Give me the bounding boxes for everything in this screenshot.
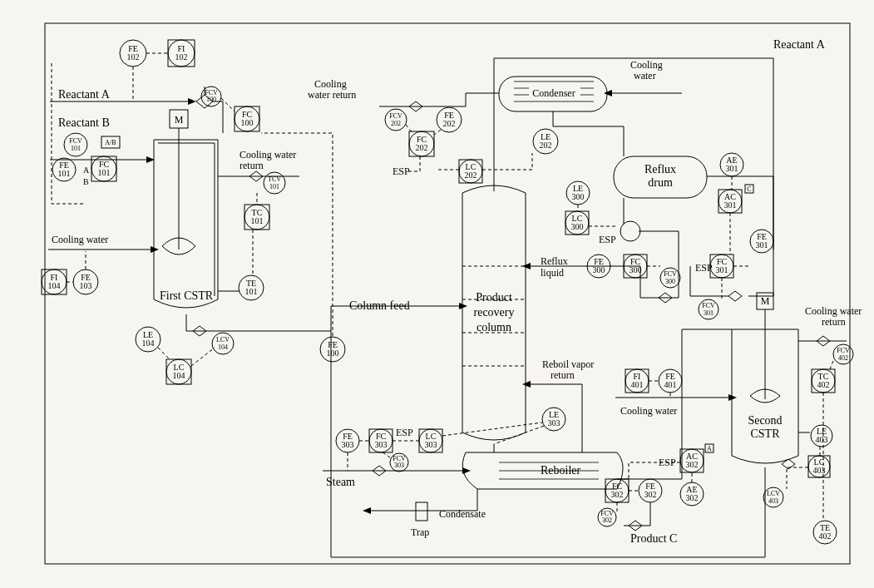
svg-text:100: 100: [327, 348, 339, 358]
instrument-LE-202: LE 202: [533, 129, 558, 154]
instrument-FE-401: FE 401: [659, 369, 682, 393]
instrument-FCV-302: FCV 302: [598, 508, 616, 526]
instrument-LC-300: LC 300: [565, 211, 589, 235]
instrument-FCV-202: FCV 202: [385, 109, 407, 131]
svg-text:LCV: LCV: [767, 490, 780, 497]
svg-marker-165: [522, 381, 531, 388]
svg-text:104: 104: [173, 371, 185, 380]
svg-text:403: 403: [768, 497, 778, 505]
svg-text:M: M: [175, 114, 184, 126]
svg-text:FCV: FCV: [664, 270, 677, 278]
label-reboiler: Reboiler: [541, 464, 581, 477]
instrument-LE-403: LE 403: [811, 425, 832, 447]
trap-icon: [416, 502, 427, 521]
svg-text:101: 101: [71, 145, 81, 152]
svg-text:column: column: [477, 321, 511, 334]
vessel-first-cstr: [154, 128, 218, 308]
svg-text:104: 104: [218, 343, 228, 351]
svg-text:202: 202: [540, 141, 552, 150]
valve-fcv-301: [728, 291, 742, 301]
svg-marker-104: [522, 263, 531, 269]
svg-text:TCV: TCV: [268, 175, 281, 183]
label-reflux-drum: Reflux: [644, 163, 676, 175]
label-ab: A/B: [105, 139, 116, 146]
instrument-LCV-403: LCV 403: [763, 487, 783, 507]
svg-text:M: M: [761, 295, 770, 307]
label-trap: Trap: [411, 526, 429, 538]
svg-text:300: 300: [593, 265, 605, 274]
svg-text:300: 300: [630, 265, 642, 274]
instrument-FC-202: FC 202: [409, 131, 434, 156]
instrument-FE-301: FE 301: [750, 230, 773, 253]
svg-text:101: 101: [269, 183, 279, 190]
label-first-cstr: First CSTR: [160, 289, 214, 302]
instrument-FC-302: FC 302: [605, 479, 629, 502]
instrument-FE-303: FE 303: [336, 429, 359, 452]
svg-text:302: 302: [686, 460, 699, 469]
svg-text:101: 101: [58, 169, 71, 178]
svg-text:drum: drum: [648, 176, 673, 189]
instrument-AE-302: AE 302: [680, 482, 704, 506]
svg-text:303: 303: [425, 440, 437, 449]
instrument-FC-101: FC 101: [91, 156, 116, 181]
svg-marker-87: [604, 90, 612, 96]
svg-text:302: 302: [611, 490, 624, 499]
svg-marker-61: [459, 303, 467, 309]
instrument-LC-202: LC 202: [459, 160, 482, 183]
label-cw-return-2: Cooling water: [805, 305, 862, 317]
instrument-LC-403: LC 403: [808, 456, 830, 477]
instrument-FC-303: FC 303: [369, 429, 393, 452]
svg-text:300: 300: [665, 278, 675, 285]
label-product-c: Product C: [630, 532, 677, 545]
label-steam: Steam: [326, 476, 355, 488]
label-reactant-a-top: Reactant A: [773, 38, 826, 51]
svg-marker-29: [151, 246, 159, 253]
svg-text:402: 402: [819, 531, 832, 541]
svg-marker-156: [728, 394, 737, 401]
instrument-FC-301: FC 301: [710, 254, 733, 278]
pid-diagram: Reactant A Reactant A Reactant B FE 102 …: [0, 0, 874, 588]
svg-text:300: 300: [572, 192, 585, 201]
svg-marker-172: [462, 467, 471, 474]
svg-text:301: 301: [726, 164, 738, 173]
svg-text:302: 302: [644, 490, 657, 499]
svg-text:FCV: FCV: [702, 302, 715, 309]
svg-text:101: 101: [245, 287, 258, 296]
label-cw-return-top: Cooling: [314, 78, 347, 90]
svg-text:102: 102: [175, 52, 188, 62]
svg-text:CSTR: CSTR: [750, 427, 780, 440]
label-second-cstr: Second: [748, 414, 782, 427]
label-c: C: [747, 185, 751, 193]
svg-text:104: 104: [142, 338, 155, 348]
label-condensate: Condensate: [439, 508, 486, 520]
instrument-TC-101: TC 101: [244, 205, 269, 230]
svg-text:202: 202: [391, 120, 401, 127]
svg-text:100: 100: [241, 118, 254, 127]
svg-text:liquid: liquid: [541, 267, 564, 279]
svg-text:202: 202: [465, 170, 477, 180]
label-reactant-b: Reactant B: [58, 116, 110, 129]
label-esp-2: ESP: [599, 234, 616, 245]
label-esp-1: ESP: [393, 166, 410, 177]
svg-text:303: 303: [548, 418, 560, 427]
instrument-AC-302: AC 302: [680, 449, 704, 472]
svg-text:water: water: [634, 70, 656, 82]
svg-text:return: return: [239, 160, 264, 171]
svg-text:401: 401: [664, 380, 677, 389]
svg-text:403: 403: [813, 466, 826, 475]
instrument-FC-100: FC 100: [235, 106, 259, 131]
svg-text:100: 100: [206, 96, 216, 103]
instrument-FI-102: FI 102: [168, 40, 195, 67]
svg-text:303: 303: [394, 462, 404, 469]
instrument-AE-301: AE 301: [720, 153, 743, 176]
svg-text:300: 300: [571, 222, 584, 231]
label-cooling-water-2: Cooling: [630, 59, 663, 71]
svg-text:A: A: [707, 445, 712, 452]
label-condenser: Condenser: [532, 87, 575, 99]
svg-text:101: 101: [98, 168, 111, 177]
svg-text:301: 301: [756, 240, 768, 250]
svg-text:LCV: LCV: [216, 336, 230, 343]
svg-text:return: return: [822, 316, 846, 328]
instrument-FE-103: FE 103: [73, 269, 98, 294]
instrument-FE-302: FE 302: [639, 479, 662, 502]
